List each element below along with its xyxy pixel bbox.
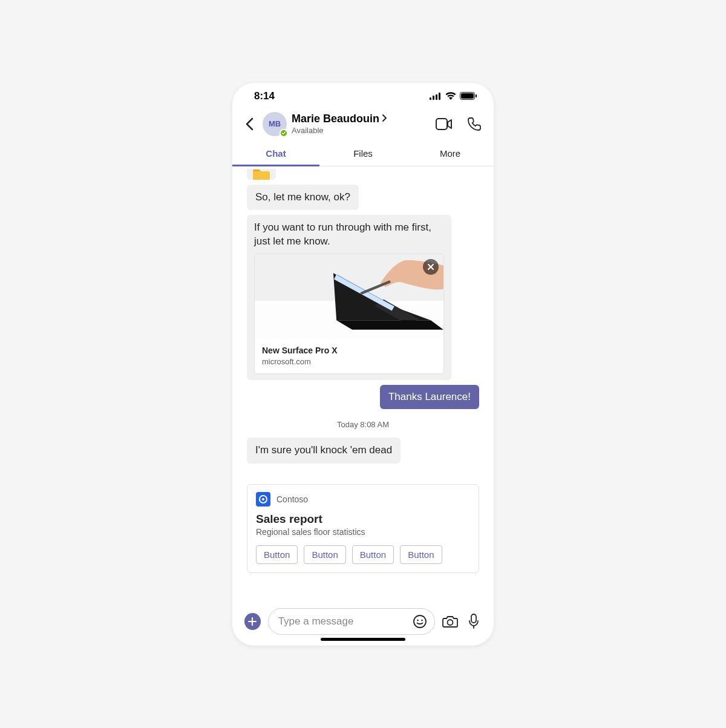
chat-header: MB Marie Beaudouin Available: [232, 110, 494, 142]
audio-call-button[interactable]: [466, 116, 483, 133]
svg-point-18: [421, 619, 423, 621]
contact-info[interactable]: Marie Beaudouin Available: [292, 113, 431, 135]
tab-files[interactable]: Files: [319, 142, 407, 166]
svg-line-13: [362, 282, 390, 293]
svg-point-17: [417, 619, 419, 621]
camera-button[interactable]: [442, 613, 459, 630]
video-call-button[interactable]: [436, 116, 453, 133]
svg-rect-0: [430, 97, 431, 100]
card-action-button[interactable]: Button: [304, 545, 345, 564]
adaptive-card[interactable]: Contoso Sales report Regional sales floo…: [247, 484, 479, 573]
incoming-message[interactable]: I'm sure you'll knock 'em dead: [247, 438, 401, 464]
presence-text: Available: [292, 126, 431, 136]
svg-point-16: [414, 615, 426, 628]
folder-attachment-bubble[interactable]: [247, 169, 276, 180]
message-input[interactable]: [278, 615, 407, 628]
app-icon: [256, 492, 270, 507]
back-button[interactable]: [241, 116, 258, 133]
avatar[interactable]: MB: [263, 112, 287, 136]
svg-point-19: [448, 620, 453, 625]
message-text: If you want to run through with me first…: [254, 221, 444, 249]
incoming-message-with-link[interactable]: If you want to run through with me first…: [247, 215, 451, 379]
link-preview-title: New Surface Pro X: [262, 345, 436, 356]
svg-rect-7: [436, 119, 447, 130]
card-action-button[interactable]: Button: [256, 545, 298, 564]
incoming-message[interactable]: So, let me know, ok?: [247, 185, 359, 211]
battery-icon: [460, 92, 477, 100]
link-preview-domain: microsoft.com: [262, 356, 436, 367]
card-action-button[interactable]: Button: [352, 545, 394, 564]
card-title: Sales report: [256, 513, 470, 526]
svg-rect-2: [436, 94, 437, 100]
timestamp-divider: Today 8:08 AM: [247, 414, 479, 433]
link-preview-card[interactable]: New Surface Pro X microsoft.com: [254, 254, 444, 373]
outgoing-message[interactable]: Thanks Laurence!: [380, 385, 479, 409]
message-input-container: [268, 608, 435, 635]
tab-chat[interactable]: Chat: [232, 142, 319, 166]
message-list[interactable]: So, let me know, ok? If you want to run …: [232, 166, 494, 601]
emoji-button[interactable]: [411, 613, 428, 630]
cellular-icon: [430, 93, 442, 100]
chevron-right-icon: [382, 113, 387, 126]
svg-rect-3: [439, 93, 440, 100]
svg-rect-6: [476, 94, 477, 97]
status-bar: 8:14: [232, 83, 494, 110]
clock-time: 8:14: [254, 90, 275, 102]
presence-available-icon: [280, 129, 288, 137]
svg-rect-5: [461, 93, 474, 99]
tab-bar: Chat Files More: [232, 142, 494, 166]
link-preview-image: [255, 254, 443, 339]
card-action-button[interactable]: Button: [400, 545, 442, 564]
wifi-icon: [445, 92, 456, 100]
svg-point-15: [262, 498, 264, 500]
svg-rect-1: [433, 96, 434, 100]
svg-rect-20: [471, 614, 476, 623]
folder-icon: [252, 169, 271, 180]
app-name: Contoso: [276, 494, 308, 504]
add-attachment-button[interactable]: [244, 613, 261, 630]
contact-name: Marie Beaudouin: [292, 113, 379, 126]
microphone-button[interactable]: [465, 613, 482, 630]
tab-more[interactable]: More: [407, 142, 494, 166]
svg-marker-12: [336, 320, 443, 330]
home-indicator[interactable]: [321, 638, 405, 641]
card-subtitle: Regional sales floor statistics: [256, 527, 470, 537]
phone-frame: 8:14 MB: [232, 83, 494, 646]
